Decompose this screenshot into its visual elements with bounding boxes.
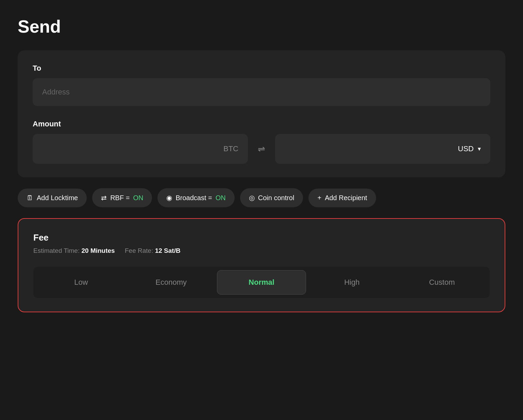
fee-card: Fee Estimated Time: 20 Minutes Fee Rate:…	[18, 218, 505, 312]
usd-label: USD	[458, 144, 474, 153]
add-recipient-button[interactable]: + Add Recipient	[308, 189, 376, 207]
rbf-label: RBF =	[110, 194, 130, 202]
add-locktime-button[interactable]: 🗓 Add Locktime	[18, 189, 87, 207]
swap-icon[interactable]: ⇌	[253, 144, 270, 154]
calendar-icon: 🗓	[27, 194, 33, 202]
page-title: Send	[18, 16, 505, 37]
fee-options: Low Economy Normal High Custom	[33, 267, 490, 298]
fee-meta: Estimated Time: 20 Minutes Fee Rate: 12 …	[33, 247, 490, 255]
amount-row: BTC ⇌ USD ▾	[33, 134, 490, 164]
usd-dropdown-icon[interactable]: ▾	[478, 145, 481, 153]
estimated-time-label: Estimated Time:	[33, 247, 80, 254]
add-icon: +	[317, 194, 321, 202]
amount-label: Amount	[33, 120, 490, 128]
coin-control-label: Coin control	[258, 194, 294, 202]
btc-label: BTC	[223, 144, 238, 153]
broadcast-label: Broadcast =	[175, 194, 212, 202]
rbf-icon: ⇄	[101, 194, 107, 202]
send-form-card: To Amount BTC ⇌ USD ▾	[18, 50, 505, 177]
address-input[interactable]	[33, 78, 490, 106]
fee-title: Fee	[33, 232, 490, 243]
coin-control-icon: ◎	[249, 194, 255, 202]
broadcast-icon: ◉	[166, 194, 172, 202]
to-label: To	[33, 64, 490, 73]
fee-option-high[interactable]: High	[307, 270, 396, 294]
fee-option-low[interactable]: Low	[37, 270, 125, 294]
add-recipient-label: Add Recipient	[325, 194, 367, 202]
usd-amount-box[interactable]: USD ▾	[275, 134, 490, 164]
add-locktime-label: Add Locktime	[37, 194, 78, 202]
fee-option-economy[interactable]: Economy	[127, 270, 216, 294]
coin-control-button[interactable]: ◎ Coin control	[240, 188, 303, 207]
fee-rate-label: Fee Rate:	[125, 247, 153, 254]
fee-option-normal[interactable]: Normal	[217, 270, 306, 295]
rbf-button[interactable]: ⇄ RBF = ON	[92, 188, 152, 207]
toolbar: 🗓 Add Locktime ⇄ RBF = ON ◉ Broadcast = …	[18, 188, 505, 207]
rbf-status: ON	[133, 194, 143, 202]
fee-rate-value: 12 Sat/B	[155, 247, 181, 254]
btc-amount-box[interactable]: BTC	[33, 134, 248, 164]
fee-option-custom[interactable]: Custom	[398, 270, 486, 294]
estimated-time-value: 20 Minutes	[82, 247, 115, 254]
broadcast-status: ON	[216, 194, 226, 202]
broadcast-button[interactable]: ◉ Broadcast = ON	[157, 188, 234, 207]
